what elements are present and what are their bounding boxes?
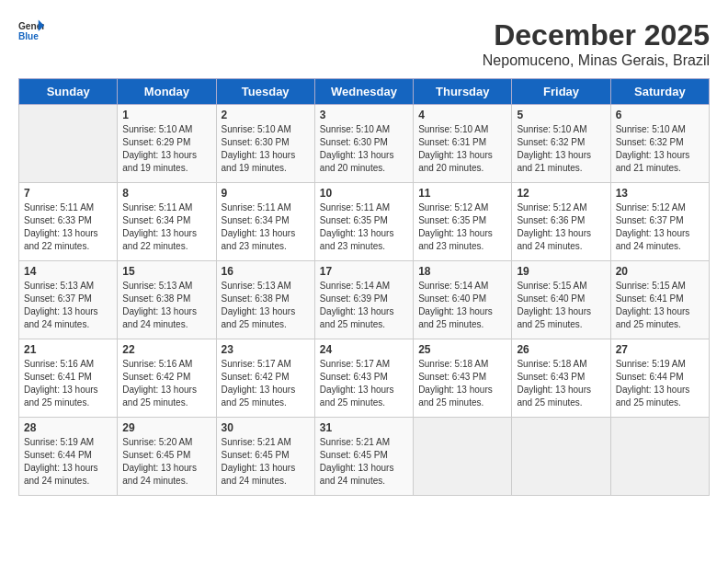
calendar-cell: 13Sunrise: 5:12 AMSunset: 6:37 PMDayligh… (610, 183, 709, 261)
column-header-thursday: Thursday (414, 79, 512, 105)
calendar-cell: 7Sunrise: 5:11 AMSunset: 6:33 PMDaylight… (19, 183, 118, 261)
calendar-cell: 4Sunrise: 5:10 AMSunset: 6:31 PMDaylight… (414, 105, 512, 183)
page-header: General Blue December 2025 Nepomuceno, M… (18, 18, 710, 69)
day-number: 26 (517, 343, 605, 356)
calendar-cell: 17Sunrise: 5:14 AMSunset: 6:39 PMDayligh… (314, 261, 413, 339)
day-info: Sunrise: 5:14 AMSunset: 6:39 PMDaylight:… (320, 280, 408, 331)
day-number: 31 (320, 421, 408, 434)
day-number: 4 (418, 109, 506, 121)
day-number: 25 (418, 343, 506, 356)
calendar-cell: 18Sunrise: 5:14 AMSunset: 6:40 PMDayligh… (414, 261, 512, 339)
day-info: Sunrise: 5:12 AMSunset: 6:36 PMDaylight:… (517, 201, 605, 253)
calendar-cell: 10Sunrise: 5:11 AMSunset: 6:35 PMDayligh… (314, 183, 413, 261)
column-header-monday: Monday (118, 79, 216, 105)
calendar-cell: 19Sunrise: 5:15 AMSunset: 6:40 PMDayligh… (512, 261, 610, 339)
calendar-cell: 29Sunrise: 5:20 AMSunset: 6:45 PMDayligh… (118, 418, 216, 496)
day-number: 9 (222, 187, 310, 200)
day-number: 6 (616, 109, 704, 121)
calendar-cell: 1Sunrise: 5:10 AMSunset: 6:29 PMDaylight… (118, 105, 216, 183)
day-info: Sunrise: 5:15 AMSunset: 6:41 PMDaylight:… (616, 280, 704, 331)
calendar-header-row: SundayMondayTuesdayWednesdayThursdayFrid… (19, 79, 710, 105)
calendar-cell: 28Sunrise: 5:19 AMSunset: 6:44 PMDayligh… (19, 418, 118, 496)
calendar-cell: 27Sunrise: 5:19 AMSunset: 6:44 PMDayligh… (610, 339, 709, 418)
day-number: 3 (320, 109, 408, 121)
day-number: 14 (24, 265, 112, 278)
day-number: 17 (320, 265, 408, 278)
calendar-cell (19, 105, 118, 183)
day-number: 18 (418, 265, 506, 278)
calendar-cell: 15Sunrise: 5:13 AMSunset: 6:38 PMDayligh… (118, 261, 216, 339)
day-info: Sunrise: 5:10 AMSunset: 6:30 PMDaylight:… (320, 123, 408, 175)
day-number: 24 (320, 343, 408, 356)
calendar-cell: 9Sunrise: 5:11 AMSunset: 6:34 PMDaylight… (216, 183, 314, 261)
day-info: Sunrise: 5:14 AMSunset: 6:40 PMDaylight:… (418, 280, 506, 331)
calendar-cell: 20Sunrise: 5:15 AMSunset: 6:41 PMDayligh… (610, 261, 709, 339)
day-number: 27 (616, 343, 704, 356)
day-info: Sunrise: 5:11 AMSunset: 6:35 PMDaylight:… (320, 201, 408, 253)
calendar-cell: 26Sunrise: 5:18 AMSunset: 6:43 PMDayligh… (512, 339, 610, 418)
day-number: 1 (122, 109, 210, 121)
calendar-cell: 16Sunrise: 5:13 AMSunset: 6:38 PMDayligh… (216, 261, 314, 339)
day-number: 2 (222, 109, 310, 121)
calendar-cell: 12Sunrise: 5:12 AMSunset: 6:36 PMDayligh… (512, 183, 610, 261)
day-number: 20 (616, 265, 704, 278)
day-info: Sunrise: 5:10 AMSunset: 6:30 PMDaylight:… (222, 123, 310, 175)
column-header-friday: Friday (512, 79, 610, 105)
day-info: Sunrise: 5:17 AMSunset: 6:42 PMDaylight:… (222, 358, 310, 409)
day-number: 10 (320, 187, 408, 200)
calendar-cell (610, 418, 709, 496)
day-number: 8 (122, 187, 210, 200)
column-header-tuesday: Tuesday (216, 79, 314, 105)
day-info: Sunrise: 5:15 AMSunset: 6:40 PMDaylight:… (517, 280, 605, 331)
day-info: Sunrise: 5:10 AMSunset: 6:32 PMDaylight:… (616, 123, 704, 175)
day-info: Sunrise: 5:18 AMSunset: 6:43 PMDaylight:… (517, 358, 605, 409)
calendar-week-row: 21Sunrise: 5:16 AMSunset: 6:41 PMDayligh… (19, 339, 710, 418)
svg-text:Blue: Blue (18, 31, 39, 41)
day-info: Sunrise: 5:16 AMSunset: 6:42 PMDaylight:… (122, 358, 210, 409)
day-number: 29 (122, 421, 210, 434)
calendar-cell: 11Sunrise: 5:12 AMSunset: 6:35 PMDayligh… (414, 183, 512, 261)
column-header-saturday: Saturday (610, 79, 709, 105)
calendar-week-row: 14Sunrise: 5:13 AMSunset: 6:37 PMDayligh… (19, 261, 710, 339)
day-info: Sunrise: 5:12 AMSunset: 6:37 PMDaylight:… (616, 201, 704, 253)
day-info: Sunrise: 5:11 AMSunset: 6:33 PMDaylight:… (24, 201, 112, 253)
calendar-cell: 5Sunrise: 5:10 AMSunset: 6:32 PMDaylight… (512, 105, 610, 183)
day-number: 15 (122, 265, 210, 278)
day-number: 30 (222, 421, 310, 434)
calendar-week-row: 7Sunrise: 5:11 AMSunset: 6:33 PMDaylight… (19, 183, 710, 261)
day-info: Sunrise: 5:21 AMSunset: 6:45 PMDaylight:… (320, 436, 408, 488)
calendar-week-row: 28Sunrise: 5:19 AMSunset: 6:44 PMDayligh… (19, 418, 710, 496)
day-info: Sunrise: 5:11 AMSunset: 6:34 PMDaylight:… (122, 201, 210, 253)
calendar-cell: 25Sunrise: 5:18 AMSunset: 6:43 PMDayligh… (414, 339, 512, 418)
day-info: Sunrise: 5:20 AMSunset: 6:45 PMDaylight:… (122, 436, 210, 488)
day-number: 16 (222, 265, 310, 278)
day-number: 19 (517, 265, 605, 278)
day-number: 22 (122, 343, 210, 356)
calendar-cell: 31Sunrise: 5:21 AMSunset: 6:45 PMDayligh… (314, 418, 413, 496)
day-info: Sunrise: 5:17 AMSunset: 6:43 PMDaylight:… (320, 358, 408, 409)
calendar-cell: 6Sunrise: 5:10 AMSunset: 6:32 PMDaylight… (610, 105, 709, 183)
calendar-cell: 2Sunrise: 5:10 AMSunset: 6:30 PMDaylight… (216, 105, 314, 183)
calendar-cell: 30Sunrise: 5:21 AMSunset: 6:45 PMDayligh… (216, 418, 314, 496)
calendar-table: SundayMondayTuesdayWednesdayThursdayFrid… (18, 78, 710, 496)
day-info: Sunrise: 5:19 AMSunset: 6:44 PMDaylight:… (616, 358, 704, 409)
calendar-cell: 14Sunrise: 5:13 AMSunset: 6:37 PMDayligh… (19, 261, 118, 339)
calendar-cell (414, 418, 512, 496)
day-number: 21 (24, 343, 112, 356)
page-subtitle: Nepomuceno, Minas Gerais, Brazil (483, 52, 710, 69)
day-info: Sunrise: 5:13 AMSunset: 6:37 PMDaylight:… (24, 280, 112, 331)
day-info: Sunrise: 5:21 AMSunset: 6:45 PMDaylight:… (222, 436, 310, 488)
calendar-week-row: 1Sunrise: 5:10 AMSunset: 6:29 PMDaylight… (19, 105, 710, 183)
day-info: Sunrise: 5:19 AMSunset: 6:44 PMDaylight:… (24, 436, 112, 488)
day-info: Sunrise: 5:18 AMSunset: 6:43 PMDaylight:… (418, 358, 506, 409)
logo: General Blue (18, 18, 44, 44)
day-number: 12 (517, 187, 605, 200)
day-info: Sunrise: 5:13 AMSunset: 6:38 PMDaylight:… (122, 280, 210, 331)
day-number: 11 (418, 187, 506, 200)
day-info: Sunrise: 5:16 AMSunset: 6:41 PMDaylight:… (24, 358, 112, 409)
day-number: 23 (222, 343, 310, 356)
calendar-cell: 23Sunrise: 5:17 AMSunset: 6:42 PMDayligh… (216, 339, 314, 418)
page-title: December 2025 (483, 18, 710, 52)
logo-icon: General Blue (18, 18, 44, 44)
column-header-sunday: Sunday (19, 79, 118, 105)
